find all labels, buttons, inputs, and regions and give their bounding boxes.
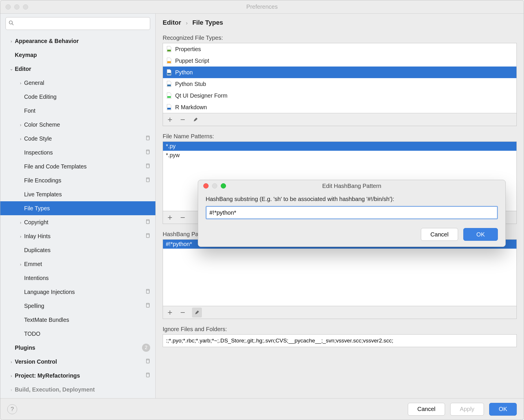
tree-item[interactable]: ›Copyright xyxy=(0,215,155,229)
tree-item[interactable]: ›Emmet xyxy=(0,257,155,271)
tree-item-label: Emmet xyxy=(24,261,155,268)
copy-settings-icon[interactable] xyxy=(145,163,150,170)
file-type-row[interactable]: Puppet Script xyxy=(163,55,516,67)
breadcrumb: Editor › File Types xyxy=(163,19,517,26)
tree-item-label: TODO xyxy=(24,331,155,337)
list-item[interactable]: *.py xyxy=(163,142,516,151)
tree-item[interactable]: Code Editing xyxy=(0,90,155,104)
add-pattern-button[interactable] xyxy=(166,214,173,221)
breadcrumb-leaf: File Types xyxy=(192,19,223,26)
search-input[interactable] xyxy=(16,20,148,27)
file-type-row[interactable]: Python Stub xyxy=(163,78,516,90)
tree-item[interactable]: ›Appearance & Behavior xyxy=(0,34,155,48)
tree-item-label: Inlay Hints xyxy=(24,233,145,240)
ok-button[interactable]: OK xyxy=(489,403,517,416)
dialog-ok-button[interactable]: OK xyxy=(463,228,498,241)
search-box[interactable] xyxy=(6,17,150,30)
chevron-right-icon[interactable]: › xyxy=(8,359,14,364)
copy-settings-icon[interactable] xyxy=(145,303,150,309)
tree-item[interactable]: ›Project: MyRefactorings xyxy=(0,369,155,383)
tree-item[interactable]: Plugins2 xyxy=(0,341,155,355)
tree-item-label: Plugins xyxy=(15,344,142,351)
tree-item[interactable]: ›Inlay Hints xyxy=(0,229,155,243)
hashbang-substring-label: HashBang substring (E.g. 'sh' to be asso… xyxy=(206,196,498,202)
copy-settings-icon[interactable] xyxy=(145,177,150,184)
chevron-right-icon[interactable]: › xyxy=(18,234,24,239)
chevron-right-icon[interactable]: › xyxy=(18,136,24,141)
copy-settings-icon[interactable] xyxy=(145,289,150,295)
remove-file-type-button[interactable] xyxy=(179,116,186,123)
tree-item[interactable]: ›Code Style xyxy=(0,132,155,146)
add-hashbang-button[interactable] xyxy=(166,309,173,316)
svg-rect-17 xyxy=(167,108,171,110)
add-file-type-button[interactable] xyxy=(166,116,173,123)
svg-rect-9 xyxy=(146,304,149,307)
svg-rect-12 xyxy=(167,50,171,51)
tree-item[interactable]: ›Version Control xyxy=(0,355,155,369)
edit-hashbang-button[interactable] xyxy=(192,308,202,317)
edit-file-type-button[interactable] xyxy=(192,116,199,123)
tree-item-label: Editor xyxy=(15,66,155,72)
tree-item[interactable]: ›Build, Execution, Deployment xyxy=(0,383,155,396)
chevron-right-icon[interactable]: › xyxy=(18,220,24,225)
copy-settings-icon[interactable] xyxy=(145,233,150,240)
tree-item[interactable]: Inspections xyxy=(0,146,155,159)
tree-item[interactable]: File and Code Templates xyxy=(0,159,155,173)
tree-item[interactable]: File Types xyxy=(0,201,155,215)
dialog-titlebar: Edit HashBang Pattern xyxy=(198,180,505,192)
svg-rect-16 xyxy=(167,96,171,98)
copy-settings-icon[interactable] xyxy=(145,135,150,142)
chevron-down-icon[interactable]: ⌄ xyxy=(8,66,14,71)
copy-settings-icon[interactable] xyxy=(145,372,150,379)
settings-tree[interactable]: ›Appearance & BehaviorKeymap⌄Editor›Gene… xyxy=(0,32,155,398)
file-type-label: Puppet Script xyxy=(175,58,209,64)
qt-icon xyxy=(166,92,172,99)
file-type-label: Qt UI Designer Form xyxy=(175,92,227,99)
breadcrumb-parent[interactable]: Editor xyxy=(163,19,181,26)
hashbang-toolbar xyxy=(163,306,517,319)
chevron-right-icon[interactable]: › xyxy=(18,262,24,267)
tree-item[interactable]: Keymap xyxy=(0,48,155,62)
tree-item[interactable]: Intentions xyxy=(0,271,155,285)
tree-item[interactable]: Live Templates xyxy=(0,187,155,201)
chevron-right-icon[interactable]: › xyxy=(18,80,24,85)
hashbang-patterns-list[interactable]: #!*python* xyxy=(163,239,517,306)
list-item[interactable]: *.pyw xyxy=(163,151,516,160)
chevron-right-icon[interactable]: › xyxy=(8,387,14,392)
tree-item-label: Language Injections xyxy=(24,289,145,295)
cancel-button[interactable]: Cancel xyxy=(408,403,445,416)
tree-item[interactable]: TODO xyxy=(0,327,155,341)
rmd-icon xyxy=(166,104,172,110)
file-type-row[interactable]: R Markdown xyxy=(163,101,516,113)
file-type-row[interactable]: Qt UI Designer Form xyxy=(163,90,516,101)
svg-rect-8 xyxy=(146,290,149,293)
tree-item[interactable]: Duplicates xyxy=(0,243,155,257)
hashbang-substring-input[interactable] xyxy=(206,206,498,219)
remove-pattern-button[interactable] xyxy=(179,214,186,221)
recognized-file-types-list[interactable]: PropertiesPuppet ScriptPythonPython Stub… xyxy=(163,43,517,113)
copy-settings-icon[interactable] xyxy=(145,149,150,156)
tree-item[interactable]: TextMate Bundles xyxy=(0,313,155,327)
file-type-row[interactable]: Python xyxy=(163,67,516,78)
copy-settings-icon[interactable] xyxy=(145,358,150,365)
tree-item[interactable]: ›General xyxy=(0,76,155,90)
tree-item[interactable]: ⌄Editor xyxy=(0,62,155,76)
dialog-cancel-button[interactable]: Cancel xyxy=(421,228,458,241)
chevron-right-icon[interactable]: › xyxy=(8,39,14,44)
chevron-right-icon[interactable]: › xyxy=(18,122,24,127)
ignore-files-input[interactable] xyxy=(163,334,517,347)
help-button[interactable]: ? xyxy=(7,404,17,414)
svg-rect-13 xyxy=(167,61,171,63)
tree-item[interactable]: Font xyxy=(0,104,155,118)
tree-item[interactable]: File Encodings xyxy=(0,173,155,187)
tree-item[interactable]: Language Injections xyxy=(0,285,155,299)
tree-item[interactable]: Spelling xyxy=(0,299,155,313)
remove-hashbang-button[interactable] xyxy=(179,309,186,316)
svg-rect-5 xyxy=(146,179,149,182)
svg-rect-3 xyxy=(146,151,149,154)
apply-button[interactable]: Apply xyxy=(450,403,484,416)
file-type-row[interactable]: Properties xyxy=(163,43,516,55)
tree-item[interactable]: ›Color Scheme xyxy=(0,118,155,132)
copy-settings-icon[interactable] xyxy=(145,219,150,226)
chevron-right-icon[interactable]: › xyxy=(8,373,14,378)
